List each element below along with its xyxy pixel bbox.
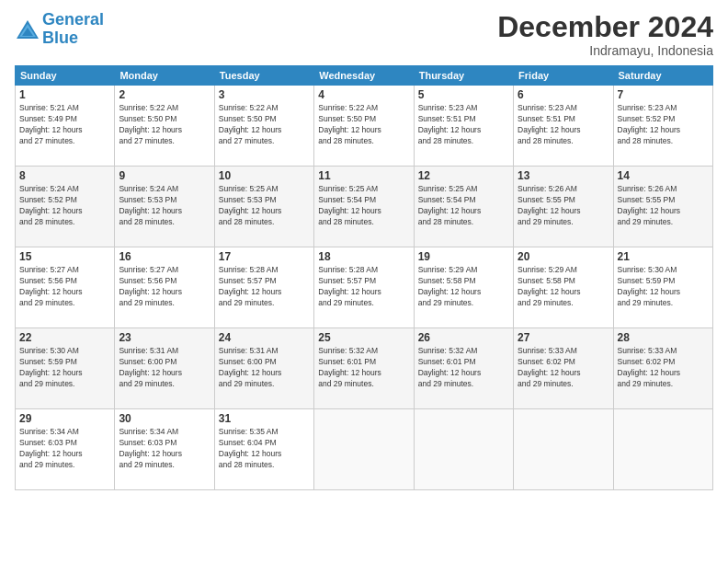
- day-number: 20: [518, 250, 609, 263]
- logo-text: General Blue: [42, 11, 104, 48]
- day-info: Sunrise: 5:27 AM Sunset: 5:56 PM Dayligh…: [19, 265, 110, 309]
- calendar-cell: 20Sunrise: 5:29 AM Sunset: 5:58 PM Dayli…: [514, 247, 613, 328]
- day-info: Sunrise: 5:26 AM Sunset: 5:55 PM Dayligh…: [518, 184, 609, 228]
- calendar-cell: 21Sunrise: 5:30 AM Sunset: 5:59 PM Dayli…: [613, 247, 712, 328]
- calendar-cell: 22Sunrise: 5:30 AM Sunset: 5:59 PM Dayli…: [16, 328, 115, 409]
- day-number: 31: [219, 412, 310, 425]
- day-info: Sunrise: 5:25 AM Sunset: 5:54 PM Dayligh…: [318, 184, 409, 228]
- calendar-cell: [414, 409, 513, 490]
- calendar-cell: [314, 409, 414, 490]
- calendar-week-4: 22Sunrise: 5:30 AM Sunset: 5:59 PM Dayli…: [16, 328, 713, 409]
- day-number: 9: [119, 169, 210, 182]
- calendar-cell: 24Sunrise: 5:31 AM Sunset: 6:00 PM Dayli…: [214, 328, 313, 409]
- calendar-week-2: 8Sunrise: 5:24 AM Sunset: 5:52 PM Daylig…: [16, 167, 713, 247]
- day-header-tuesday: Tuesday: [214, 66, 313, 86]
- title-block: December 2024 Indramayu, Indonesia: [497, 11, 713, 58]
- day-info: Sunrise: 5:33 AM Sunset: 6:02 PM Dayligh…: [518, 346, 609, 390]
- day-number: 18: [318, 250, 409, 263]
- day-info: Sunrise: 5:29 AM Sunset: 5:58 PM Dayligh…: [418, 265, 509, 309]
- logo-icon: [15, 18, 40, 40]
- day-number: 1: [19, 88, 110, 101]
- day-info: Sunrise: 5:32 AM Sunset: 6:01 PM Dayligh…: [418, 346, 509, 390]
- calendar-cell: 5Sunrise: 5:23 AM Sunset: 5:51 PM Daylig…: [414, 86, 513, 167]
- day-info: Sunrise: 5:30 AM Sunset: 5:59 PM Dayligh…: [19, 346, 110, 390]
- day-info: Sunrise: 5:23 AM Sunset: 5:52 PM Dayligh…: [618, 103, 709, 147]
- calendar-cell: 31Sunrise: 5:35 AM Sunset: 6:04 PM Dayli…: [214, 409, 313, 490]
- day-info: Sunrise: 5:29 AM Sunset: 5:58 PM Dayligh…: [518, 265, 609, 309]
- calendar-cell: 12Sunrise: 5:25 AM Sunset: 5:54 PM Dayli…: [414, 167, 513, 247]
- day-number: 4: [318, 88, 409, 101]
- day-header-sunday: Sunday: [16, 66, 115, 86]
- day-info: Sunrise: 5:21 AM Sunset: 5:49 PM Dayligh…: [19, 103, 110, 147]
- day-info: Sunrise: 5:23 AM Sunset: 5:51 PM Dayligh…: [418, 103, 509, 147]
- calendar-cell: 15Sunrise: 5:27 AM Sunset: 5:56 PM Dayli…: [16, 247, 115, 328]
- day-number: 6: [518, 88, 609, 101]
- day-number: 25: [318, 331, 409, 344]
- calendar-cell: [514, 409, 613, 490]
- day-number: 30: [119, 412, 210, 425]
- day-info: Sunrise: 5:34 AM Sunset: 6:03 PM Dayligh…: [19, 427, 110, 471]
- day-number: 28: [618, 331, 709, 344]
- header: General Blue December 2024 Indramayu, In…: [15, 11, 713, 58]
- day-header-friday: Friday: [514, 66, 613, 86]
- day-number: 15: [19, 250, 110, 263]
- logo-blue: Blue: [42, 29, 78, 47]
- day-info: Sunrise: 5:23 AM Sunset: 5:51 PM Dayligh…: [518, 103, 609, 147]
- day-info: Sunrise: 5:33 AM Sunset: 6:02 PM Dayligh…: [618, 346, 709, 390]
- day-number: 11: [318, 169, 409, 182]
- day-number: 12: [418, 169, 509, 182]
- calendar-week-3: 15Sunrise: 5:27 AM Sunset: 5:56 PM Dayli…: [16, 247, 713, 328]
- day-header-wednesday: Wednesday: [314, 66, 414, 86]
- page: General Blue December 2024 Indramayu, In…: [0, 0, 728, 563]
- day-info: Sunrise: 5:22 AM Sunset: 5:50 PM Dayligh…: [318, 103, 409, 147]
- day-info: Sunrise: 5:31 AM Sunset: 6:00 PM Dayligh…: [219, 346, 310, 390]
- calendar-cell: 10Sunrise: 5:25 AM Sunset: 5:53 PM Dayli…: [214, 167, 313, 247]
- day-info: Sunrise: 5:25 AM Sunset: 5:53 PM Dayligh…: [219, 184, 310, 228]
- calendar-cell: 30Sunrise: 5:34 AM Sunset: 6:03 PM Dayli…: [115, 409, 214, 490]
- calendar-cell: 28Sunrise: 5:33 AM Sunset: 6:02 PM Dayli…: [613, 328, 712, 409]
- calendar-cell: 14Sunrise: 5:26 AM Sunset: 5:55 PM Dayli…: [613, 167, 712, 247]
- calendar-cell: 3Sunrise: 5:22 AM Sunset: 5:50 PM Daylig…: [214, 86, 313, 167]
- logo: General Blue: [15, 11, 104, 48]
- day-number: 14: [618, 169, 709, 182]
- day-info: Sunrise: 5:27 AM Sunset: 5:56 PM Dayligh…: [119, 265, 210, 309]
- calendar-week-5: 29Sunrise: 5:34 AM Sunset: 6:03 PM Dayli…: [16, 409, 713, 490]
- calendar-week-1: 1Sunrise: 5:21 AM Sunset: 5:49 PM Daylig…: [16, 86, 713, 167]
- calendar-cell: 2Sunrise: 5:22 AM Sunset: 5:50 PM Daylig…: [115, 86, 214, 167]
- calendar-cell: 18Sunrise: 5:28 AM Sunset: 5:57 PM Dayli…: [314, 247, 414, 328]
- day-header-saturday: Saturday: [613, 66, 712, 86]
- calendar-cell: 7Sunrise: 5:23 AM Sunset: 5:52 PM Daylig…: [613, 86, 712, 167]
- calendar-cell: 13Sunrise: 5:26 AM Sunset: 5:55 PM Dayli…: [514, 167, 613, 247]
- location-subtitle: Indramayu, Indonesia: [497, 43, 713, 58]
- day-info: Sunrise: 5:24 AM Sunset: 5:53 PM Dayligh…: [119, 184, 210, 228]
- day-number: 3: [219, 88, 310, 101]
- day-number: 24: [219, 331, 310, 344]
- day-info: Sunrise: 5:26 AM Sunset: 5:55 PM Dayligh…: [618, 184, 709, 228]
- day-number: 8: [19, 169, 110, 182]
- calendar-cell: 1Sunrise: 5:21 AM Sunset: 5:49 PM Daylig…: [16, 86, 115, 167]
- calendar-cell: [613, 409, 712, 490]
- day-number: 17: [219, 250, 310, 263]
- day-info: Sunrise: 5:25 AM Sunset: 5:54 PM Dayligh…: [418, 184, 509, 228]
- calendar-cell: 23Sunrise: 5:31 AM Sunset: 6:00 PM Dayli…: [115, 328, 214, 409]
- day-number: 22: [19, 331, 110, 344]
- calendar-cell: 25Sunrise: 5:32 AM Sunset: 6:01 PM Dayli…: [314, 328, 414, 409]
- day-number: 7: [618, 88, 709, 101]
- day-info: Sunrise: 5:28 AM Sunset: 5:57 PM Dayligh…: [318, 265, 409, 309]
- day-info: Sunrise: 5:22 AM Sunset: 5:50 PM Dayligh…: [219, 103, 310, 147]
- day-info: Sunrise: 5:28 AM Sunset: 5:57 PM Dayligh…: [219, 265, 310, 309]
- calendar-cell: 6Sunrise: 5:23 AM Sunset: 5:51 PM Daylig…: [514, 86, 613, 167]
- calendar-cell: 16Sunrise: 5:27 AM Sunset: 5:56 PM Dayli…: [115, 247, 214, 328]
- calendar-cell: 4Sunrise: 5:22 AM Sunset: 5:50 PM Daylig…: [314, 86, 414, 167]
- day-number: 21: [618, 250, 709, 263]
- logo-general: General: [42, 10, 104, 29]
- day-number: 19: [418, 250, 509, 263]
- day-info: Sunrise: 5:32 AM Sunset: 6:01 PM Dayligh…: [318, 346, 409, 390]
- calendar-cell: 27Sunrise: 5:33 AM Sunset: 6:02 PM Dayli…: [514, 328, 613, 409]
- calendar-cell: 17Sunrise: 5:28 AM Sunset: 5:57 PM Dayli…: [214, 247, 313, 328]
- calendar-header-row: SundayMondayTuesdayWednesdayThursdayFrid…: [16, 66, 713, 86]
- day-number: 16: [119, 250, 210, 263]
- day-number: 10: [219, 169, 310, 182]
- calendar-cell: 29Sunrise: 5:34 AM Sunset: 6:03 PM Dayli…: [16, 409, 115, 490]
- day-header-monday: Monday: [115, 66, 214, 86]
